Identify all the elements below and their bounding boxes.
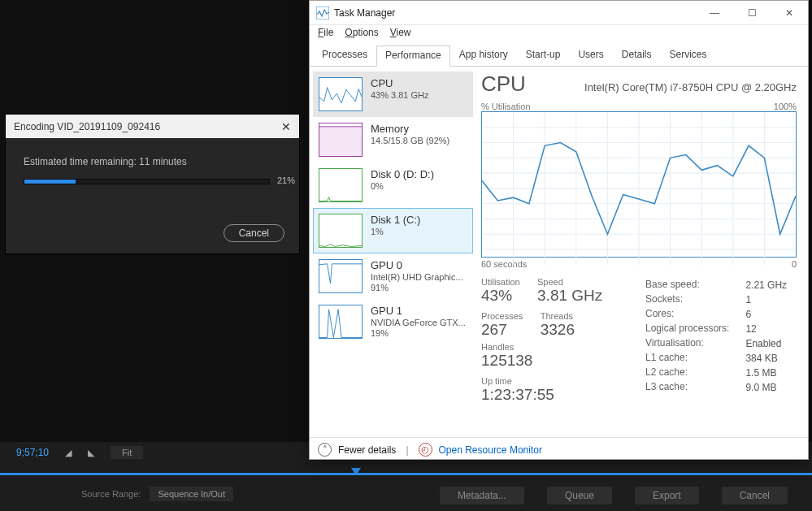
source-range-label: Source Range: (81, 489, 141, 499)
gpu1-mini-chart (319, 305, 363, 339)
disk1-mini-chart (319, 214, 363, 248)
minimize-button[interactable]: — (696, 1, 733, 25)
close-icon[interactable]: ✕ (281, 120, 291, 133)
spec-lp-label: Logical processors: (645, 323, 744, 336)
sidebar-mem-name: Memory (371, 123, 449, 135)
zoom-fit-dropdown[interactable]: Fit (111, 446, 143, 459)
cancel-button[interactable]: Cancel (224, 224, 284, 242)
sidebar-disk0-name: Disk 0 (D: D:) (371, 168, 434, 180)
spec-cores-value: 6 (745, 308, 787, 321)
sidebar-gpu1-sub: NVIDIA GeForce GTX... (371, 318, 466, 327)
close-button[interactable]: ✕ (771, 1, 808, 25)
value-uptime: 1:23:37:55 (481, 386, 554, 404)
sidebar-cpu-sub: 43% 3.81 GHz (371, 90, 429, 100)
metadata-button[interactable]: Metadata... (440, 487, 524, 505)
export-button[interactable]: Export (635, 487, 699, 505)
label-utilisation: Utilisation (481, 277, 520, 287)
open-resource-monitor-link[interactable]: Open Resource Monitor (439, 444, 542, 456)
tm-sidebar: CPU 43% 3.81 GHz Memory 14.5/15.8 GB (92… (310, 67, 476, 437)
chevron-up-icon[interactable]: ˄ (318, 443, 332, 457)
marker-out-icon[interactable]: ◣ (88, 448, 94, 458)
sidebar-disk0-sub: 0% (371, 181, 434, 191)
y-axis-max: 100% (774, 102, 797, 111)
task-manager-icon (316, 6, 329, 19)
spec-sockets-value: 1 (745, 293, 787, 306)
tab-processes[interactable]: Processes (313, 45, 376, 66)
cpu-mini-chart (319, 77, 363, 111)
encoding-titlebar[interactable]: Encoding VID_20191109_092416 ✕ (6, 115, 299, 138)
spec-cores-label: Cores: (645, 308, 744, 321)
tm-titlebar[interactable]: Task Manager — ☐ ✕ (310, 1, 808, 25)
sidebar-item-disk1[interactable]: Disk 1 (C:) 1% (313, 208, 473, 253)
value-handles: 125138 (481, 352, 532, 370)
disk0-mini-chart (319, 168, 363, 202)
label-handles: Handles (481, 342, 532, 352)
spec-l3-value: 9.0 MB (745, 381, 787, 394)
tab-app-history[interactable]: App history (450, 45, 517, 66)
gpu0-mini-chart (319, 259, 363, 293)
tm-menubar: File Options View (310, 25, 808, 41)
cpu-model: Intel(R) Core(TM) i7-8750H CPU @ 2.20GHz (584, 81, 797, 93)
value-processes: 267 (481, 321, 523, 339)
sidebar-gpu0-name: GPU 0 (371, 259, 463, 271)
marker-in-icon[interactable]: ◢ (65, 448, 72, 458)
spec-base-label: Base speed: (645, 279, 744, 292)
sidebar-disk1-sub: 1% (371, 227, 420, 236)
value-threads: 3326 (541, 321, 575, 339)
spec-virt-label: Virtualisation: (645, 337, 744, 350)
maximize-button[interactable]: ☐ (733, 1, 771, 25)
queue-button[interactable]: Queue (547, 487, 612, 505)
spec-l1-value: 384 KB (745, 352, 787, 365)
svg-rect-1 (319, 127, 362, 157)
spec-lp-value: 12 (745, 323, 787, 336)
cpu-specs-table: Base speed:2.21 GHz Sockets:1 Cores:6 Lo… (644, 277, 788, 396)
encoding-progress-bar (24, 179, 270, 184)
value-speed: 3.81 GHz (537, 287, 602, 305)
encoding-title-text: Encoding VID_20191109_092416 (14, 121, 160, 132)
encoding-dialog: Encoding VID_20191109_092416 ✕ Estimated… (5, 114, 300, 254)
label-speed: Speed (537, 277, 602, 287)
label-threads: Threads (541, 311, 575, 321)
sidebar-item-cpu[interactable]: CPU 43% 3.81 GHz (313, 71, 473, 117)
fewer-details-link[interactable]: Fewer details (338, 444, 396, 456)
cancel-export-button[interactable]: Cancel (722, 487, 788, 505)
tab-performance[interactable]: Performance (376, 45, 450, 67)
menu-options[interactable]: Options (345, 27, 378, 41)
sidebar-gpu1-name: GPU 1 (371, 305, 466, 317)
sidebar-item-gpu1[interactable]: GPU 1 NVIDIA GeForce GTX... 19% (313, 299, 473, 344)
memory-mini-chart (319, 123, 363, 157)
resource-monitor-icon: ◴ (419, 443, 432, 457)
playhead-icon[interactable] (351, 468, 361, 475)
menu-file[interactable]: File (318, 27, 333, 41)
tab-services[interactable]: Services (660, 45, 715, 66)
label-uptime: Up time (481, 376, 554, 386)
cpu-utilisation-chart[interactable] (481, 111, 797, 258)
menu-view[interactable]: View (390, 27, 411, 41)
spec-base-value: 2.21 GHz (745, 279, 787, 292)
sidebar-gpu0-sub: Intel(R) UHD Graphic... (371, 272, 463, 282)
timecode[interactable]: 9;57;10 (16, 447, 49, 458)
spec-l1-label: L1 cache: (645, 352, 744, 365)
spec-virt-value: Enabled (745, 337, 787, 350)
tab-startup[interactable]: Start-up (517, 45, 570, 66)
spec-l3-label: L3 cache: (645, 381, 744, 394)
source-range-dropdown[interactable]: Sequence In/Out (150, 487, 233, 501)
timeline-track[interactable] (0, 473, 812, 475)
encoding-progress-percent: 21% (277, 175, 295, 185)
tm-tabs: Processes Performance App history Start-… (310, 45, 808, 67)
sidebar-gpu0-pct: 91% (371, 283, 463, 292)
y-axis-label: % Utilisation (481, 102, 531, 111)
spec-l2-label: L2 cache: (645, 366, 744, 379)
encoding-eta: Estimated time remaining: 11 minutes (24, 156, 286, 167)
encoding-progress-fill (24, 180, 76, 184)
sidebar-cpu-name: CPU (371, 77, 429, 89)
sidebar-item-gpu0[interactable]: GPU 0 Intel(R) UHD Graphic... 91% (313, 253, 473, 299)
sidebar-item-disk0[interactable]: Disk 0 (D: D:) 0% (313, 162, 473, 208)
label-processes: Processes (481, 311, 523, 321)
tab-users[interactable]: Users (569, 45, 612, 66)
tm-footer: ˄ Fewer details | ◴ Open Resource Monito… (310, 437, 808, 461)
tab-details[interactable]: Details (613, 45, 661, 66)
sidebar-item-memory[interactable]: Memory 14.5/15.8 GB (92%) (313, 117, 473, 162)
spec-sockets-label: Sockets: (645, 293, 744, 306)
value-utilisation: 43% (481, 287, 520, 305)
